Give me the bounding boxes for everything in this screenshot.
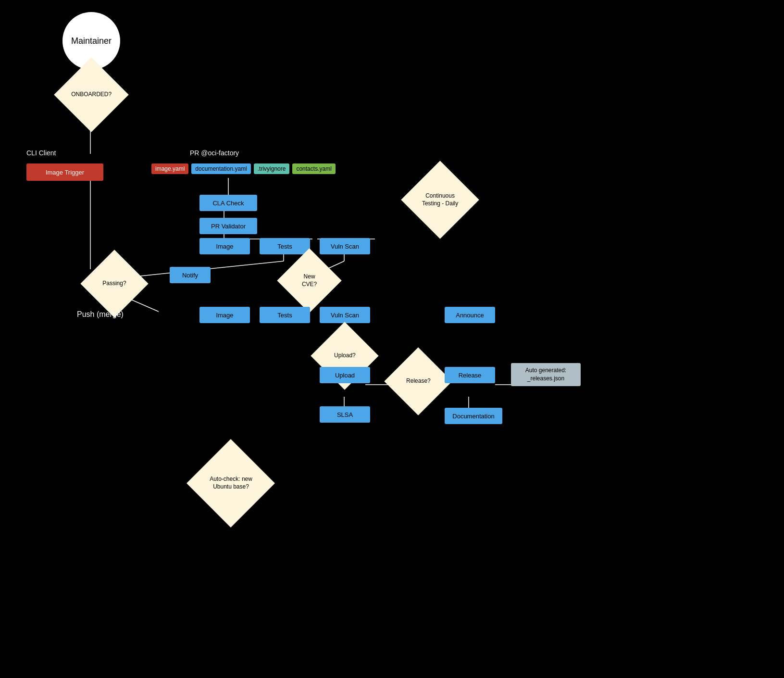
image-trigger-button[interactable]: Image Trigger [26,163,103,181]
release-q-diamond: Release? [382,362,454,401]
pr-factory-label: PR @oci-factory [190,149,239,157]
new-cve-diamond: New CVE? [275,261,343,300]
auto-check-diamond: Auto-check: new Ubuntu base? [183,459,279,507]
push-merge-label: Push (merge) [77,310,124,319]
image-push-button[interactable]: Image [199,307,250,323]
cla-check-button[interactable]: CLA Check [199,195,257,211]
release-button[interactable]: Release [445,367,495,383]
tests-pr-button[interactable]: Tests [260,238,310,254]
tests-push-button[interactable]: Tests [260,307,310,323]
vuln-scan-pr-button[interactable]: Vuln Scan [320,238,370,254]
tags-row: image.yaml documentation.yaml .trivyigno… [151,163,336,174]
upload-q-label: Upload? [334,352,356,360]
tag-contacts-yaml[interactable]: contacts.yaml [292,163,335,174]
upload-button[interactable]: Upload [320,367,370,383]
continuous-testing-label: Continuous Testing - Daily [422,192,458,207]
passing-diamond: Passing? [75,264,154,303]
tag-image-yaml[interactable]: image.yaml [151,163,188,174]
announce-button[interactable]: Announce [445,307,495,323]
tag-trivyignore[interactable]: .trivyignore [254,163,290,174]
tag-documentation-yaml[interactable]: documentation.yaml [191,163,250,174]
maintainer-label: Maintainer [71,36,112,46]
continuous-testing-diamond: Continuous Testing - Daily [392,178,488,221]
image-pr-button[interactable]: Image [199,238,250,254]
vuln-scan-push-button[interactable]: Vuln Scan [320,307,370,323]
pr-validator-button[interactable]: PR Validator [199,218,257,234]
notify-button[interactable]: Notify [170,267,211,283]
slsa-button[interactable]: SLSA [320,406,370,423]
cli-client-label: CLI Client [26,149,56,157]
auto-check-label: Auto-check: new Ubuntu base? [210,476,252,490]
workflow-diagram: Maintainer ONBOARDED? CLI Client PR @oci… [0,0,784,678]
auto-generated-box: Auto generated: _releases.json [511,363,581,386]
onboarded-label: ONBOARDED? [71,91,112,99]
onboarded-diamond: ONBOARDED? [43,75,139,114]
documentation-button[interactable]: Documentation [445,408,502,424]
release-q-label: Release? [406,377,431,385]
new-cve-label: New CVE? [301,273,316,288]
passing-label: Passing? [102,280,126,288]
